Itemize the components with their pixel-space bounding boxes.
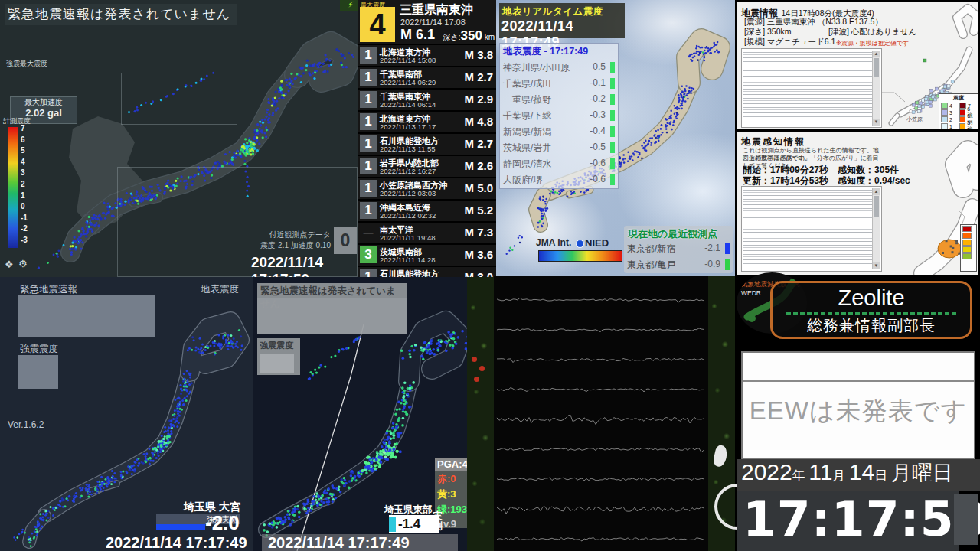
pga-title: PGA:4.09 bbox=[435, 458, 467, 471]
intensity-detail-listbox: ▲ ▼ bbox=[741, 48, 882, 128]
magnitude-line: [規模] マグニチュード6.1 bbox=[744, 37, 835, 47]
station-name: 大阪府/堺 bbox=[503, 174, 542, 187]
intensity-legend: 震度 4321 76強6弱5強5弱 bbox=[939, 93, 978, 129]
quake-magnitude: M 5.2 bbox=[464, 204, 493, 217]
eew-status-banner: 緊急地震速報は発表されていません bbox=[5, 4, 237, 25]
quake-name: 三重県南東沖 bbox=[400, 2, 473, 18]
intensity-bar bbox=[156, 524, 205, 530]
quake-list-item: 1石川県能登地方2022/11/10 12:27M 3.0 bbox=[358, 267, 496, 277]
shindo-colorbar bbox=[8, 127, 18, 248]
tsunami-line: [津波] 心配はありません bbox=[828, 27, 916, 37]
nearest-station-row: 東京都/亀戸-0.9 bbox=[624, 257, 733, 273]
quake-list-item: 1石川県能登地方2022/11/13 11:55M 2.7 bbox=[358, 134, 496, 156]
legend-label: 5弱 bbox=[967, 127, 975, 130]
intensity-badge: 4 bbox=[360, 7, 395, 42]
quake-list-item: 1千葉県南東沖2022/11/14 06:14M 2.9 bbox=[358, 90, 496, 112]
pga-yellow-count: 黄:3 bbox=[435, 486, 467, 501]
felt-map-legend bbox=[960, 224, 977, 272]
list-title: 地表震度 - 17:17:49 bbox=[500, 44, 618, 60]
kuril-inset-frame bbox=[121, 73, 237, 125]
intensity-badge: 1 bbox=[360, 91, 377, 108]
station-name: 茨城県/岩井 bbox=[503, 142, 551, 155]
legend-swatch bbox=[941, 109, 948, 116]
berry-dot bbox=[479, 366, 485, 371]
station-name: 千葉県/成田 bbox=[503, 77, 551, 90]
colorbar-tick: -1 bbox=[21, 214, 39, 222]
local-eew-panel: 緊急地震速報 地表震度 強震震度 Ver.1.6.2 埼玉県 大宮 強震実測 -… bbox=[0, 277, 253, 551]
nearest-station-row: 東京都/新宿-2.1 bbox=[624, 241, 733, 257]
station-name: 神奈川県/小田原 bbox=[503, 61, 570, 74]
legend-title: 震度 bbox=[939, 94, 978, 102]
scroll-thumb bbox=[874, 58, 879, 77]
wide-eew-panel: 緊急地震速報は発表されていません 強震震度 PGA:4.09 赤:0 黄:3 緑… bbox=[253, 277, 467, 551]
kyoshin-shindo-box bbox=[18, 355, 58, 389]
colorbar-tick: 6 bbox=[21, 136, 39, 144]
nied-logo-icon bbox=[576, 240, 584, 248]
station-name: 新潟県/新潟 bbox=[503, 126, 551, 139]
quake-magnitude: M 3.6 bbox=[464, 248, 493, 261]
colorbar-tick: 4 bbox=[21, 158, 39, 166]
quake-list-item: 3茨城県南部2022/11/11 14:28M 3.6 bbox=[358, 245, 496, 267]
station-row: 茨城県/岩井-0.5 bbox=[500, 140, 618, 156]
station-bar bbox=[610, 158, 615, 169]
background-video-strip bbox=[467, 277, 494, 551]
station-value: 0.5 bbox=[593, 61, 606, 72]
intensity-badge: 1 bbox=[360, 113, 377, 130]
station-name: 東京都/亀戸 bbox=[627, 259, 675, 272]
station-row: 三重県/菰野-0.2 bbox=[500, 92, 618, 108]
depth-line: [深さ] 350km bbox=[744, 27, 792, 37]
station-bar bbox=[610, 110, 615, 121]
scrollbar: ▲ ▼ bbox=[872, 188, 880, 269]
quake-list-item: 1北海道東方沖2022/11/14 15:08M 3.8 bbox=[358, 45, 496, 67]
realtime-shindo-panel: 地表リアルタイム震度 2022/11/14 17:17:49 地表震度 - 17… bbox=[496, 0, 735, 277]
colorbar-tick: -3 bbox=[21, 236, 39, 244]
colorbar-tick: 7 bbox=[21, 125, 39, 132]
colorbar-tick: -2 bbox=[21, 225, 39, 233]
pga-red-count: 赤:0 bbox=[435, 471, 467, 486]
legend-swatch bbox=[962, 246, 972, 253]
quake-time: 2022/11/13 17:17 bbox=[380, 122, 436, 131]
quake-list-item: 1北海道東方沖2022/11/13 17:17M 4.8 bbox=[358, 112, 496, 134]
earthquake-info-panel: 地震情報 14日17時08分(最大震度4) [震源] 三重県南東沖 （N33.8… bbox=[737, 2, 978, 129]
quake-list-item: 1小笠原諸島西方沖2022/11/12 03:03M 5.0 bbox=[358, 178, 496, 201]
quake-time: 2022/11/12 03:03 bbox=[380, 189, 436, 197]
scroll-up-arrow: ▲ bbox=[873, 51, 880, 57]
nearest-stations-title: 現在地の最近観測点 bbox=[624, 226, 733, 241]
legend-row bbox=[962, 233, 975, 239]
eew-message-box bbox=[18, 295, 155, 337]
seismogram-panel: 北海道 千歳岩手県 葛巻宮城県 大和石川県 珠洲埼玉県 大宮愛知県 豊橋高知県 … bbox=[494, 276, 708, 551]
max-shindo-label: 強震最大震度 bbox=[6, 59, 47, 69]
scroll-thumb bbox=[874, 196, 879, 217]
legend-swatch bbox=[941, 116, 948, 122]
legend-label: 1 bbox=[949, 124, 952, 129]
kyoshin-shindo-label: 強震震度 bbox=[257, 338, 300, 353]
quake-magnitude: M 2.7 bbox=[464, 70, 493, 83]
quake-time: 2022/11/14 15:08 bbox=[380, 56, 436, 64]
station-value: -2.1 bbox=[704, 243, 720, 253]
legend-row bbox=[962, 226, 975, 232]
intensity-badge: 1 bbox=[360, 158, 377, 174]
panel-title: 緊急地震速報 bbox=[20, 283, 77, 296]
legend-swatch bbox=[959, 116, 965, 122]
station-name: 三重県/菰野 bbox=[503, 93, 551, 106]
seismogram-traces bbox=[494, 276, 708, 551]
felt-report-panel: 地震感知情報 これは観測点から直接送られた生の情報です。地図上の数字は感度です。… bbox=[737, 132, 978, 275]
quake-list-item: —南太平洋2022/11/11 19:48M 7.3 bbox=[358, 223, 496, 245]
quake-magnitude: M 3.0 bbox=[464, 270, 493, 277]
station-value: -0.6 bbox=[590, 174, 606, 184]
background-glyph bbox=[712, 445, 728, 468]
colorbar-tick: 5 bbox=[21, 147, 39, 155]
panel-datetime: 2022/11/14 17:17:50 bbox=[251, 254, 358, 277]
station-bar bbox=[610, 62, 615, 73]
date-day-unit: 日 bbox=[874, 468, 887, 483]
berry-dot bbox=[474, 377, 479, 382]
berry-dot bbox=[472, 357, 477, 362]
info-note: ※震源・規模は推定値です bbox=[836, 39, 909, 47]
quake-depth: 深さ:350 km bbox=[443, 28, 495, 44]
clock-side-block bbox=[954, 494, 978, 545]
quake-time: 2022/11/13 11:55 bbox=[380, 145, 436, 153]
station-name: 静岡県/清水 bbox=[503, 158, 551, 171]
date-month-unit: 月 bbox=[832, 468, 845, 483]
member-badge: Zeolite 総務兼情報副部長 bbox=[770, 281, 972, 339]
station-row: 神奈川県/小田原0.5 bbox=[500, 60, 618, 76]
